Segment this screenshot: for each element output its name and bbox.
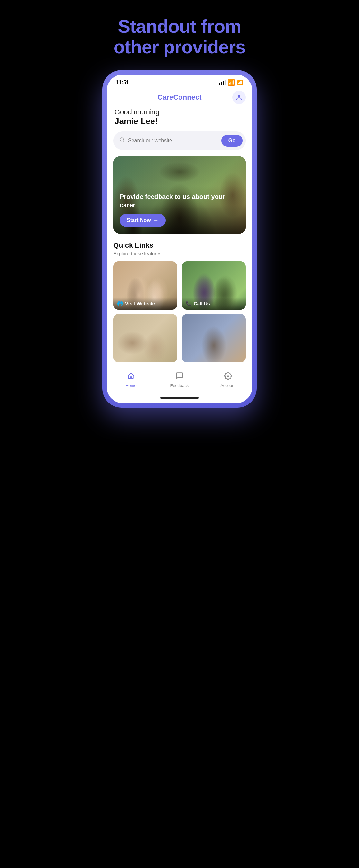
svg-line-2 xyxy=(123,141,124,142)
ql-label-1: 🌐 Visit Website xyxy=(113,298,177,310)
home-indicator xyxy=(160,397,199,399)
search-go-button[interactable]: Go xyxy=(221,134,243,147)
ql-label-2: 📞 Call Us xyxy=(182,298,246,310)
hero-text: Provide feedback to us about your carer xyxy=(120,192,239,209)
hero-overlay: Provide feedback to us about your carer … xyxy=(113,186,246,234)
greeting-section: Good morning Jamie Lee! xyxy=(107,105,252,131)
start-now-label: Start Now xyxy=(127,217,151,223)
quick-link-3[interactable] xyxy=(113,314,177,362)
wifi-icon: 📶 xyxy=(228,79,235,86)
wifi-wave-icon: 📶 xyxy=(237,79,243,86)
quick-links-section: Quick Links Explore these features 🌐 Vis… xyxy=(107,241,252,368)
avatar-button[interactable] xyxy=(232,91,246,104)
svg-point-3 xyxy=(227,375,229,377)
app-header: CareConnect xyxy=(107,88,252,105)
feedback-icon xyxy=(175,372,184,382)
search-input[interactable] xyxy=(128,138,218,144)
nav-label-feedback: Feedback xyxy=(170,383,189,388)
search-icon xyxy=(119,137,125,144)
app-title: CareConnect xyxy=(158,93,202,101)
start-now-button[interactable]: Start Now → xyxy=(120,214,166,227)
ql-label-2-text: Call Us xyxy=(194,301,210,306)
nav-label-home: Home xyxy=(126,383,137,388)
quick-links-subtitle: Explore these features xyxy=(113,251,246,256)
home-icon xyxy=(127,372,135,382)
nav-label-account: Account xyxy=(220,383,236,388)
ql-label-1-text: Visit Website xyxy=(125,301,155,306)
nav-item-account[interactable]: Account xyxy=(215,372,241,388)
quick-link-4[interactable] xyxy=(182,314,246,362)
quick-links-title: Quick Links xyxy=(113,241,246,250)
page-wrapper: Standout from other providers 11:51 📶 xyxy=(90,6,269,408)
bottom-nav: Home Feedback xyxy=(107,368,252,395)
phone-mockup: 11:51 📶 📶 CareConnect xyxy=(102,70,257,408)
signal-icon xyxy=(219,80,226,85)
quick-links-grid: 🌐 Visit Website 📞 Call Us xyxy=(113,261,246,362)
status-icons: 📶 📶 xyxy=(219,79,243,86)
nav-item-feedback[interactable]: Feedback xyxy=(167,372,192,388)
quick-link-call-us[interactable]: 📞 Call Us xyxy=(182,261,246,310)
ql-photo-3 xyxy=(113,314,177,362)
ql-photo-4 xyxy=(182,314,246,362)
arrow-icon: → xyxy=(154,217,159,223)
hero-card: Provide feedback to us about your carer … xyxy=(113,156,246,234)
greeting-line2: Jamie Lee! xyxy=(114,116,245,126)
headline: Standout from other providers xyxy=(90,6,269,70)
svg-point-0 xyxy=(238,95,240,97)
phone-screen: 11:51 📶 📶 CareConnect xyxy=(107,74,252,403)
account-icon xyxy=(224,372,232,382)
status-bar: 11:51 📶 📶 xyxy=(107,74,252,88)
phone-icon: 📞 xyxy=(186,301,192,307)
nav-item-home[interactable]: Home xyxy=(118,372,144,388)
greeting-line1: Good morning xyxy=(114,108,245,116)
search-bar: Go xyxy=(113,131,246,150)
status-time: 11:51 xyxy=(116,80,129,86)
user-icon xyxy=(236,94,243,101)
globe-icon: 🌐 xyxy=(117,301,123,307)
quick-link-visit-website[interactable]: 🌐 Visit Website xyxy=(113,261,177,310)
phone-home-bar xyxy=(107,395,252,403)
